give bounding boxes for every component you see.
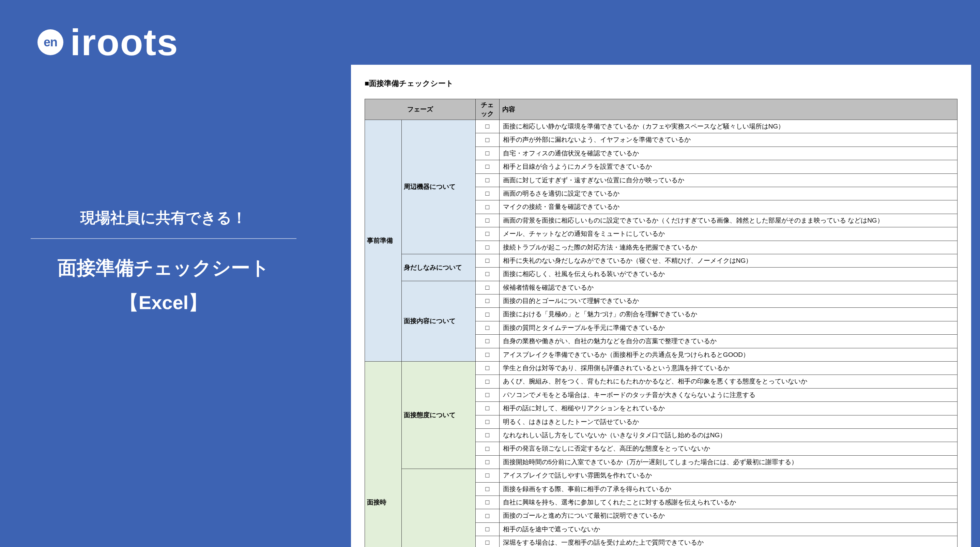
checklist-table: フェーズ チェック 内容 事前準備周辺機器について□面接に相応しい静かな環境を準… <box>364 99 958 547</box>
content-cell: 画面に対して近すぎず・遠すぎない位置に自分が映っているか <box>499 173 957 187</box>
content-cell: 明るく、はきはきとしたトーンで話せているか <box>499 415 957 428</box>
phase-cell: 面接時 <box>365 362 402 547</box>
content-cell: 相手の発言を頭ごなしに否定するなど、高圧的な態度をとっていないか <box>499 442 957 455</box>
header-phase: フェーズ <box>365 99 476 120</box>
checkbox-cell: □ <box>475 536 499 547</box>
checkbox-cell: □ <box>475 267 499 281</box>
checkbox-cell: □ <box>475 335 499 348</box>
content-cell: 相手の話を途中で遮っていないか <box>499 522 957 536</box>
content-cell: パソコンでメモをとる場合は、キーボードのタッチ音が大きくならないように注意する <box>499 388 957 401</box>
checkbox-cell: □ <box>475 402 499 415</box>
content-cell: 面接開始時間の5分前に入室できているか（万が一遅刻してしまった場合には、必ず最初… <box>499 455 957 469</box>
checkbox-cell: □ <box>475 146 499 160</box>
checkbox-cell: □ <box>475 455 499 469</box>
checkbox-cell: □ <box>475 522 499 536</box>
subphase-cell: 身だしなみについて <box>401 254 475 281</box>
checkbox-cell: □ <box>475 187 499 200</box>
content-cell: 相手に失礼のない身だしなみができているか（寝ぐせ、不精ひげ、ノーメイクはNG） <box>499 254 957 267</box>
header-check: チェック <box>475 99 499 120</box>
content-cell: 候補者情報を確認できているか <box>499 281 957 294</box>
document-preview: ■面接準備チェックシート フェーズ チェック 内容 事前準備周辺機器について□面… <box>351 65 971 547</box>
content-cell: 面接の質問とタイムテーブルを手元に準備できているか <box>499 321 957 334</box>
phase-cell: 事前準備 <box>365 120 402 362</box>
checkbox-cell: □ <box>475 415 499 428</box>
logo-area: en iroots <box>38 21 178 64</box>
checkbox-cell: □ <box>475 509 499 522</box>
checkbox-cell: □ <box>475 482 499 496</box>
content-cell: 面接に相応しい静かな環境を準備できているか（カフェや実務スペースなど騒々しい場所… <box>499 120 957 133</box>
subphase-cell: 周辺機器について <box>401 120 475 254</box>
table-row: 身だしなみについて□相手に失礼のない身だしなみができているか（寝ぐせ、不精ひげ、… <box>365 254 958 267</box>
tagline-block: 現場社員に共有できる！ 面接準備チェックシート 【Excel】 <box>31 208 296 316</box>
checkbox-cell: □ <box>475 120 499 133</box>
content-cell: 学生と自分は対等であり、採用側も評価されているという意識を持てているか <box>499 362 957 375</box>
content-cell: なれなれしい話し方をしていないか（いきなりタメ口で話し始めるのはNG） <box>499 428 957 442</box>
content-cell: 面接を録画をする際、事前に相手の了承を得られているか <box>499 482 957 496</box>
checkbox-cell: □ <box>475 388 499 401</box>
checkbox-cell: □ <box>475 241 499 254</box>
checkbox-cell: □ <box>475 200 499 214</box>
content-cell: あくび、腕組み、肘をつく、背もたれにもたれかかるなど、相手の印象を悪くする態度を… <box>499 375 957 388</box>
checkbox-cell: □ <box>475 375 499 388</box>
content-cell: 面接の目的とゴールについて理解できているか <box>499 294 957 308</box>
content-cell: 面接に相応しく、社風を伝えられる装いができているか <box>499 267 957 281</box>
content-cell: メール、チャットなどの通知音をミュートにしているか <box>499 227 957 241</box>
content-cell: 相手の話に対して、相槌やリアクションをとれているか <box>499 402 957 415</box>
checkbox-cell: □ <box>475 133 499 146</box>
document-title: ■面接準備チェックシート <box>364 78 958 89</box>
table-row: 面接内容について□アイスブレイクで話しやすい雰囲気を作れているか <box>365 469 958 482</box>
table-row: 面接時面接態度について□学生と自分は対等であり、採用側も評価されているという意識… <box>365 362 958 375</box>
content-cell: 画面の明るさを適切に設定できているか <box>499 187 957 200</box>
header-content: 内容 <box>499 99 957 120</box>
subphase-cell: 面接内容について <box>401 281 475 361</box>
checkbox-cell: □ <box>475 160 499 173</box>
checkbox-cell: □ <box>475 308 499 321</box>
content-cell: 接続トラブルが起こった際の対応方法・連絡先を把握できているか <box>499 241 957 254</box>
tagline-top: 現場社員に共有できる！ <box>31 208 296 239</box>
table-row: 面接内容について□候補者情報を確認できているか <box>365 281 958 294</box>
checkbox-cell: □ <box>475 496 499 509</box>
table-row: 事前準備周辺機器について□面接に相応しい静かな環境を準備できているか（カフェや実… <box>365 120 958 133</box>
content-cell: アイスブレイクを準備できているか（面接相手との共通点を見つけられるとGOOD） <box>499 348 957 361</box>
en-badge: en <box>38 29 64 55</box>
checkbox-cell: □ <box>475 227 499 241</box>
tagline-sub: 【Excel】 <box>31 290 296 316</box>
checkbox-cell: □ <box>475 321 499 334</box>
checkbox-cell: □ <box>475 362 499 375</box>
checkbox-cell: □ <box>475 348 499 361</box>
checkbox-cell: □ <box>475 442 499 455</box>
content-cell: 深堀をする場合は、一度相手の話を受け止めた上で質問できているか <box>499 536 957 547</box>
checkbox-cell: □ <box>475 281 499 294</box>
content-cell: 相手の声が外部に漏れないよう、イヤフォンを準備できているか <box>499 133 957 146</box>
checkbox-cell: □ <box>475 469 499 482</box>
content-cell: アイスブレイクで話しやすい雰囲気を作れているか <box>499 469 957 482</box>
checkbox-cell: □ <box>475 428 499 442</box>
checkbox-cell: □ <box>475 214 499 227</box>
content-cell: 画面の背景を面接に相応しいものに設定できているか（くだけすぎている画像、雑然とし… <box>499 214 957 227</box>
content-cell: 面接のゴールと進め方について最初に説明できているか <box>499 509 957 522</box>
checkbox-cell: □ <box>475 294 499 308</box>
content-cell: 相手と目線が合うようにカメラを設置できているか <box>499 160 957 173</box>
content-cell: 自宅・オフィスの通信状況を確認できているか <box>499 146 957 160</box>
subphase-cell: 面接態度について <box>401 362 475 469</box>
content-cell: 面接における「見極め」と「魅力づけ」の割合を理解できているか <box>499 308 957 321</box>
brand-text: iroots <box>70 21 178 64</box>
checkbox-cell: □ <box>475 173 499 187</box>
tagline-title: 面接準備チェックシート <box>31 253 296 283</box>
content-cell: マイクの接続・音量を確認できているか <box>499 200 957 214</box>
content-cell: 自社に興味を持ち、選考に参加してくれたことに対する感謝を伝えられているか <box>499 496 957 509</box>
checkbox-cell: □ <box>475 254 499 267</box>
content-cell: 自身の業務や働きがい、自社の魅力などを自分の言葉で整理できているか <box>499 335 957 348</box>
subphase-cell: 面接内容について <box>401 469 475 547</box>
